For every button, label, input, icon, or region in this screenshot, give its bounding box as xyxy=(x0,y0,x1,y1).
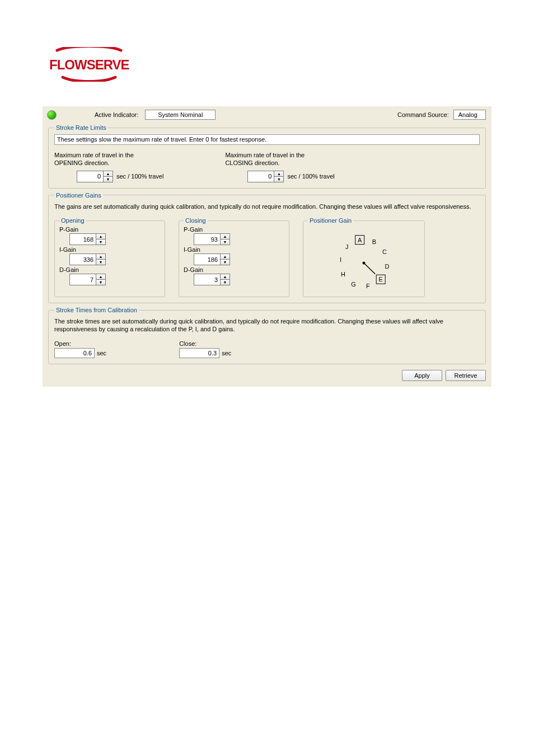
stroke-times-title: Stroke Times from Calibration xyxy=(54,307,139,313)
open-time-label: Open: xyxy=(54,340,106,347)
opening-pgain-down[interactable]: ▼ xyxy=(96,240,105,245)
opening-dgain-label: D-Gain xyxy=(59,266,160,273)
svg-text:A: A xyxy=(358,237,362,243)
apply-button[interactable]: Apply xyxy=(402,370,442,381)
opening-rate-up[interactable]: ▲ xyxy=(104,171,113,177)
opening-igain-down[interactable]: ▼ xyxy=(96,260,105,265)
svg-text:E: E xyxy=(379,276,383,283)
retrieve-button[interactable]: Retrieve xyxy=(446,370,486,381)
positioner-gains-group: Positioner Gains The gains are set autom… xyxy=(48,192,486,304)
status-indicator-icon xyxy=(47,110,57,120)
active-indicator-value: System Nominal xyxy=(145,110,216,120)
opening-rate-input[interactable] xyxy=(77,171,103,182)
opening-dgain-input[interactable] xyxy=(70,274,96,285)
opening-dgain-down[interactable]: ▼ xyxy=(96,280,105,285)
positioner-gains-title: Positioner Gains xyxy=(54,192,103,199)
opening-dgain-up[interactable]: ▲ xyxy=(96,274,105,280)
status-bar: Active Indicator: System Nominal Command… xyxy=(43,106,491,121)
positioner-gain-dial[interactable]: ABCDEFGHIJ xyxy=(325,229,403,291)
stroke-rate-limits-group: Stroke Rate Limits These settings slow t… xyxy=(48,124,486,189)
opening-pgain-label: P-Gain xyxy=(59,226,160,233)
active-indicator-label: Active Indicator: xyxy=(95,111,138,118)
closing-dgain-label: D-Gain xyxy=(184,266,284,273)
closing-igain-up[interactable]: ▲ xyxy=(221,254,229,260)
command-source-value: Analog xyxy=(453,110,486,120)
closing-igain-down[interactable]: ▼ xyxy=(221,260,229,265)
opening-rate-unit: sec / 100% travel xyxy=(116,173,163,180)
config-screenshot: Active Indicator: System Nominal Command… xyxy=(43,106,491,387)
closing-rate-spinner[interactable]: ▲ ▼ xyxy=(247,171,284,182)
closing-dgain-spinner[interactable]: ▲▼ xyxy=(194,274,230,285)
closing-dgain-down[interactable]: ▼ xyxy=(221,280,229,285)
closing-rate-input[interactable] xyxy=(248,171,274,182)
stroke-times-desc: The stroke times are set automatically d… xyxy=(54,318,480,334)
opening-rate-spinner[interactable]: ▲ ▼ xyxy=(77,171,113,182)
closing-pgain-up[interactable]: ▲ xyxy=(221,234,229,240)
open-time-input[interactable] xyxy=(54,348,95,358)
closing-pgain-label: P-Gain xyxy=(184,226,284,233)
flowserve-logo: FLOWSERVE xyxy=(47,47,137,82)
closing-rate-up[interactable]: ▲ xyxy=(274,171,283,177)
closing-igain-label: I-Gain xyxy=(184,246,284,253)
positioner-gains-desc: The gains are set automatically during q… xyxy=(54,203,480,211)
closing-pgain-down[interactable]: ▼ xyxy=(221,240,229,245)
closing-gains-title: Closing xyxy=(184,217,208,224)
opening-igain-label: I-Gain xyxy=(59,246,160,253)
positioner-gain-dial-group: Positioner Gain ABCDEFGHIJ xyxy=(303,217,425,297)
svg-text:D: D xyxy=(385,263,390,270)
closing-igain-input[interactable] xyxy=(194,254,220,265)
svg-text:F: F xyxy=(366,283,370,290)
svg-text:H: H xyxy=(341,271,345,278)
command-source-label: Command Source: xyxy=(397,111,449,118)
close-time-input[interactable] xyxy=(179,348,219,358)
stroke-rate-limits-title: Stroke Rate Limits xyxy=(54,124,108,131)
svg-text:I: I xyxy=(340,257,341,264)
svg-text:J: J xyxy=(345,243,349,250)
closing-gains-group: Closing P-Gain ▲▼ I-Gain ▲▼ xyxy=(179,217,289,297)
opening-dgain-spinner[interactable]: ▲▼ xyxy=(69,274,106,285)
close-time-unit: sec xyxy=(222,350,231,356)
stroke-rate-limits-desc: These settings slow the maximum rate of … xyxy=(54,134,480,145)
svg-text:B: B xyxy=(372,239,376,246)
positioner-gain-dial-title: Positioner Gain xyxy=(308,217,353,224)
opening-gains-title: Opening xyxy=(59,217,86,224)
closing-rate-label: Maximum rate of travel in the CLOSING di… xyxy=(225,152,334,167)
svg-text:C: C xyxy=(382,249,387,256)
svg-line-13 xyxy=(364,263,375,274)
closing-rate-unit: sec / 100% travel xyxy=(287,173,334,180)
closing-rate-down[interactable]: ▼ xyxy=(274,177,283,182)
opening-pgain-spinner[interactable]: ▲▼ xyxy=(69,233,106,245)
svg-text:G: G xyxy=(351,281,356,288)
opening-gains-group: Opening P-Gain ▲▼ I-Gain ▲▼ xyxy=(54,217,165,297)
closing-pgain-input[interactable] xyxy=(194,234,220,245)
svg-text:FLOWSERVE: FLOWSERVE xyxy=(49,57,130,72)
closing-igain-spinner[interactable]: ▲▼ xyxy=(194,253,230,265)
svg-point-14 xyxy=(363,262,366,265)
closing-dgain-up[interactable]: ▲ xyxy=(221,274,229,280)
opening-rate-label: Maximum rate of travel in the OPENING di… xyxy=(54,152,163,167)
opening-igain-input[interactable] xyxy=(70,254,96,265)
opening-igain-spinner[interactable]: ▲▼ xyxy=(69,253,106,265)
close-time-label: Close: xyxy=(179,340,231,347)
opening-igain-up[interactable]: ▲ xyxy=(96,254,105,260)
open-time-unit: sec xyxy=(97,350,106,356)
stroke-times-group: Stroke Times from Calibration The stroke… xyxy=(48,307,486,364)
opening-pgain-up[interactable]: ▲ xyxy=(96,234,105,240)
opening-rate-down[interactable]: ▼ xyxy=(104,177,113,182)
opening-pgain-input[interactable] xyxy=(70,234,96,245)
closing-dgain-input[interactable] xyxy=(194,274,220,285)
closing-pgain-spinner[interactable]: ▲▼ xyxy=(194,233,230,245)
